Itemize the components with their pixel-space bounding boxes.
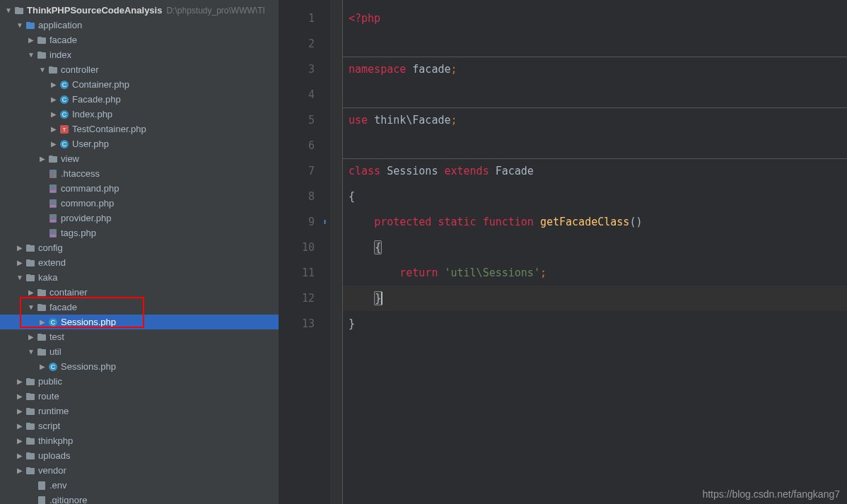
tree-item-test[interactable]: ▶test [0, 329, 279, 344]
chevron-right-icon[interactable]: ▶ [38, 155, 47, 163]
chevron-right-icon[interactable]: ▶ [49, 110, 58, 118]
tree-item-user-php[interactable]: ▶CUser.php [0, 136, 279, 151]
code-editor[interactable]: 123456789⬆10111213 <?phpnamespace facade… [279, 0, 847, 504]
code-token: } [349, 317, 355, 330]
tree-item-view[interactable]: ▶view [0, 151, 279, 166]
code-line-8[interactable]: { [343, 184, 847, 209]
code-line-9[interactable]: protected static function getFacadeClass… [343, 209, 847, 235]
svg-text:C: C [51, 319, 56, 326]
chevron-right-icon[interactable]: ▶ [16, 437, 24, 445]
chevron-right-icon[interactable]: ▶ [16, 377, 24, 385]
tree-item-tags-php[interactable]: tags.php [0, 225, 279, 240]
tree-item-sessions-php[interactable]: ▶CSessions.php [0, 315, 279, 329]
chevron-right-icon[interactable]: ▶ [16, 422, 24, 430]
chevron-right-icon[interactable]: ▶ [38, 318, 47, 326]
chevron-right-icon[interactable]: ▶ [16, 467, 24, 474]
code-content[interactable]: <?phpnamespace facade;use think\Facade;c… [343, 0, 847, 504]
php-file-icon [47, 213, 59, 223]
chevron-down-icon[interactable]: ▼ [4, 6, 13, 14]
chevron-right-icon[interactable]: ▶ [16, 452, 24, 459]
svg-rect-9 [49, 66, 53, 69]
line-number: 3 [279, 57, 330, 82]
section-separator [343, 107, 847, 108]
tree-item-index[interactable]: ▼index [0, 47, 279, 62]
tree-item-testcontainer-php[interactable]: ▶TTestContainer.php [0, 122, 279, 136]
php-class-icon: C [47, 317, 59, 327]
chevron-right-icon[interactable]: ▶ [49, 81, 58, 88]
tree-item-sessions-php[interactable]: ▶CSessions.php [0, 359, 279, 374]
chevron-down-icon[interactable]: ▼ [16, 21, 24, 29]
line-number: 11 [279, 260, 330, 286]
chevron-down-icon[interactable]: ▼ [16, 274, 24, 281]
folder-icon [35, 332, 48, 342]
tree-item-container[interactable]: ▶container [0, 285, 279, 300]
tree-item-controller[interactable]: ▼controller [0, 62, 279, 77]
code-line-6[interactable] [343, 133, 847, 158]
override-method-icon[interactable]: ⬆ [322, 209, 327, 235]
code-line-10[interactable]: { [343, 235, 847, 260]
tree-item-route[interactable]: ▶route [0, 389, 279, 404]
chevron-down-icon[interactable]: ▼ [27, 348, 35, 356]
tree-item-uploads[interactable]: ▶uploads [0, 448, 279, 463]
svg-rect-56 [26, 408, 30, 410]
chevron-right-icon[interactable]: ▶ [27, 288, 35, 296]
code-line-4[interactable] [343, 82, 847, 107]
php-file-icon [47, 199, 59, 209]
tree-item-thinkphpsourcecodeanalysis[interactable]: ▼ThinkPHPSourceCodeAnalysisD:\phpstudy_p… [0, 3, 279, 18]
svg-rect-46 [37, 334, 42, 336]
tree-item-extend[interactable]: ▶extend [0, 255, 279, 270]
tree-item-label: TestContainer.php [71, 124, 146, 134]
chevron-down-icon[interactable]: ▼ [27, 303, 35, 311]
tree-item--env[interactable]: .env [0, 478, 279, 493]
code-token: facade [412, 63, 450, 76]
tree-item--gitignore[interactable]: .gitignore [0, 493, 279, 504]
chevron-right-icon[interactable]: ▶ [16, 244, 24, 252]
code-line-5[interactable]: use think\Facade; [343, 107, 847, 133]
tree-item-thinkphp[interactable]: ▶thinkphp [0, 433, 279, 448]
code-token: getFacadeClass [540, 216, 629, 228]
chevron-right-icon[interactable]: ▶ [27, 36, 35, 44]
chevron-right-icon[interactable]: ▶ [16, 392, 24, 400]
folder-icon [47, 65, 59, 75]
tree-item-public[interactable]: ▶public [0, 374, 279, 389]
tree-item-vendor[interactable]: ▶vendor [0, 463, 279, 478]
code-line-1[interactable]: <?php [343, 6, 847, 31]
code-line-12[interactable]: } [343, 286, 847, 311]
tree-item-util[interactable]: ▼util [0, 344, 279, 359]
chevron-right-icon[interactable]: ▶ [49, 140, 58, 148]
tree-item-label: uploads [37, 450, 71, 461]
code-line-2[interactable] [343, 31, 847, 57]
fold-column[interactable] [330, 0, 343, 504]
tree-item-container-php[interactable]: ▶CContainer.php [0, 77, 279, 92]
chevron-down-icon[interactable]: ▼ [27, 51, 35, 59]
chevron-right-icon[interactable]: ▶ [16, 407, 24, 415]
tree-item-facade[interactable]: ▼facade [0, 300, 279, 315]
code-line-7[interactable]: class Sessions extends Facade [343, 158, 847, 184]
folder-icon [35, 35, 48, 45]
chevron-right-icon[interactable]: ▶ [49, 95, 58, 103]
tree-item-runtime[interactable]: ▶runtime [0, 404, 279, 418]
tree-item-facade[interactable]: ▶facade [0, 33, 279, 47]
chevron-right-icon[interactable]: ▶ [38, 363, 47, 370]
project-tree[interactable]: ▼ThinkPHPSourceCodeAnalysisD:\phpstudy_p… [0, 0, 279, 504]
tree-item--htaccess[interactable]: .htaccess [0, 166, 279, 181]
chevron-down-icon[interactable]: ▼ [38, 66, 47, 74]
tree-item-script[interactable]: ▶script [0, 418, 279, 433]
tree-item-command-php[interactable]: command.php [0, 181, 279, 196]
svg-text:C: C [62, 111, 67, 118]
tree-item-index-php[interactable]: ▶CIndex.php [0, 107, 279, 122]
tree-item-config[interactable]: ▶config [0, 240, 279, 255]
tree-item-facade-php[interactable]: ▶CFacade.php [0, 92, 279, 107]
chevron-right-icon[interactable]: ▶ [27, 333, 35, 341]
tree-item-provider-php[interactable]: provider.php [0, 211, 279, 225]
chevron-right-icon[interactable]: ▶ [16, 259, 24, 266]
line-number: 12 [279, 286, 330, 311]
tree-item-kaka[interactable]: ▼kaka [0, 270, 279, 285]
code-line-13[interactable]: } [343, 311, 847, 336]
tree-item-common-php[interactable]: common.php [0, 196, 279, 211]
folder-icon [24, 466, 37, 476]
code-line-11[interactable]: return 'util\Sessions'; [343, 260, 847, 286]
tree-item-application[interactable]: ▼application [0, 18, 279, 33]
code-line-3[interactable]: namespace facade; [343, 57, 847, 82]
chevron-right-icon[interactable]: ▶ [49, 125, 58, 133]
